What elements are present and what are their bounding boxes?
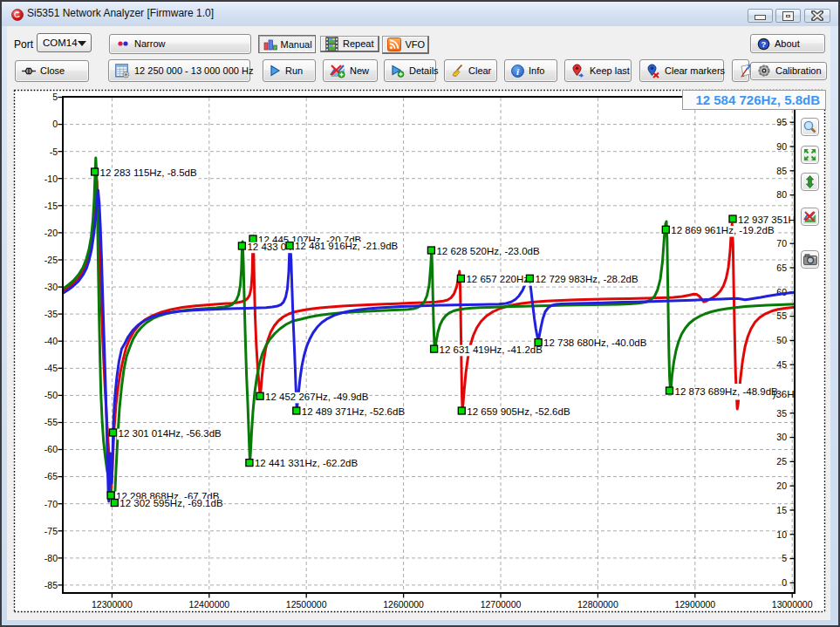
svg-text:95: 95 bbox=[776, 117, 787, 127]
svg-text:12 631 419Hz, -41.2dB: 12 631 419Hz, -41.2dB bbox=[440, 344, 543, 355]
svg-text:-25: -25 bbox=[44, 255, 58, 265]
svg-text:-75: -75 bbox=[44, 526, 58, 536]
svg-text:12300000: 12300000 bbox=[92, 599, 133, 610]
svg-text:-40: -40 bbox=[44, 336, 58, 346]
svg-text:13000000: 13000000 bbox=[772, 599, 813, 610]
svg-text:12400000: 12400000 bbox=[188, 599, 229, 610]
svg-text:-85: -85 bbox=[44, 580, 58, 590]
svg-text:12 873 689Hz, -48.9dB: 12 873 689Hz, -48.9dB bbox=[675, 386, 779, 397]
svg-text:12 937 351Hz: 12 937 351Hz bbox=[738, 215, 801, 225]
svg-text:55: 55 bbox=[776, 310, 787, 321]
svg-text:5: 5 bbox=[782, 553, 787, 563]
svg-text:-5: -5 bbox=[50, 147, 58, 157]
svg-text:90: 90 bbox=[776, 141, 787, 152]
svg-text:12800000: 12800000 bbox=[577, 599, 618, 610]
svg-text:12 738 680Hz, -40.0dB: 12 738 680Hz, -40.0dB bbox=[543, 337, 647, 348]
svg-text:12900000: 12900000 bbox=[674, 599, 715, 610]
svg-text:-80: -80 bbox=[44, 553, 58, 563]
svg-text:65: 65 bbox=[776, 262, 787, 273]
svg-text:12 657 220Hz,: 12 657 220Hz, bbox=[466, 274, 531, 284]
svg-text:-65: -65 bbox=[44, 471, 58, 481]
svg-text:80: 80 bbox=[776, 189, 787, 200]
svg-text:85: 85 bbox=[776, 166, 787, 176]
svg-text:12 628 520Hz, -23.0dB: 12 628 520Hz, -23.0dB bbox=[436, 246, 540, 256]
svg-text:25: 25 bbox=[776, 456, 787, 467]
svg-text:-30: -30 bbox=[44, 282, 58, 292]
svg-text:12500000: 12500000 bbox=[286, 599, 327, 610]
svg-text:-35: -35 bbox=[44, 309, 58, 319]
svg-text:-10: -10 bbox=[44, 174, 58, 184]
svg-text:-50: -50 bbox=[44, 390, 58, 400]
svg-text:10: 10 bbox=[776, 529, 787, 540]
svg-text:50: 50 bbox=[776, 335, 787, 345]
svg-text:12 729 983Hz, -28.2dB: 12 729 983Hz, -28.2dB bbox=[535, 274, 639, 284]
svg-text:45: 45 bbox=[776, 359, 787, 370]
svg-text:-70: -70 bbox=[44, 499, 58, 509]
svg-text:12 869 961Hz, -19.2dB: 12 869 961Hz, -19.2dB bbox=[671, 225, 775, 235]
svg-text:0: 0 bbox=[52, 119, 58, 129]
svg-text:-20: -20 bbox=[44, 228, 58, 238]
svg-text:-15: -15 bbox=[44, 201, 58, 211]
svg-text:12 283 115Hz, -8.5dB: 12 283 115Hz, -8.5dB bbox=[100, 167, 197, 178]
svg-text:12700000: 12700000 bbox=[481, 599, 522, 610]
svg-text:12 481 916Hz, -21.9dB: 12 481 916Hz, -21.9dB bbox=[295, 241, 399, 251]
svg-text:?: ? bbox=[761, 39, 767, 49]
svg-text:15: 15 bbox=[776, 505, 787, 515]
svg-text:35: 35 bbox=[776, 408, 787, 419]
svg-text:0: 0 bbox=[782, 577, 787, 588]
svg-text:12 659 905Hz, -52.6dB: 12 659 905Hz, -52.6dB bbox=[467, 406, 570, 417]
svg-text:12600000: 12600000 bbox=[383, 599, 424, 610]
svg-text:5: 5 bbox=[52, 92, 58, 102]
svg-text:12 301 014Hz, -56.3dB: 12 301 014Hz, -56.3dB bbox=[119, 428, 222, 439]
svg-text:30: 30 bbox=[776, 432, 787, 442]
svg-text:12 452 267Hz, -49.9dB: 12 452 267Hz, -49.9dB bbox=[265, 392, 369, 402]
svg-text:-60: -60 bbox=[44, 444, 58, 454]
svg-text:-45: -45 bbox=[44, 363, 58, 373]
svg-text:12 441 331Hz, -62.2dB: 12 441 331Hz, -62.2dB bbox=[255, 458, 359, 468]
svg-text:20: 20 bbox=[776, 480, 787, 491]
svg-text:12 302 595Hz, -69.1dB: 12 302 595Hz, -69.1dB bbox=[120, 498, 223, 508]
svg-text:12 489 371Hz, -52.6dB: 12 489 371Hz, -52.6dB bbox=[302, 406, 406, 417]
svg-text:-55: -55 bbox=[44, 417, 58, 427]
svg-text:70: 70 bbox=[776, 238, 787, 249]
